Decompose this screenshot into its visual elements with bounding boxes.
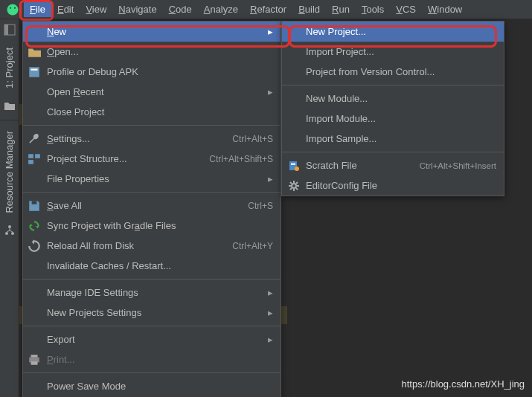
left-sidebar: 1: Project Resource Manager bbox=[0, 19, 19, 397]
menubar-vcs[interactable]: VCS bbox=[390, 1, 422, 17]
svg-point-5 bbox=[8, 225, 11, 228]
menubar-build[interactable]: Build bbox=[292, 1, 326, 17]
sync-icon bbox=[28, 219, 41, 233]
folder-icon[interactable] bbox=[4, 100, 16, 112]
submenu-scratch-file[interactable]: Scratch FileCtrl+Alt+Shift+Insert bbox=[282, 155, 504, 175]
structure-icon bbox=[28, 152, 41, 166]
svg-rect-4 bbox=[4, 25, 8, 35]
menu-label: Settings... bbox=[47, 133, 223, 144]
menu-power-save-mode[interactable]: Power Save Mode bbox=[23, 376, 281, 396]
menu-open-recent[interactable]: Open Recent▸ bbox=[23, 82, 281, 102]
menubar-run[interactable]: Run bbox=[326, 1, 356, 17]
svg-rect-13 bbox=[32, 201, 37, 204]
layout-icon[interactable] bbox=[4, 24, 16, 36]
submenu-import-module-[interactable]: Import Module... bbox=[282, 109, 504, 129]
submenu-project-from-version-control-[interactable]: Project from Version Control... bbox=[282, 62, 504, 82]
svg-rect-15 bbox=[31, 355, 38, 357]
submenu-editorconfig-file[interactable]: EditorConfig File bbox=[282, 175, 504, 196]
submenu-arrow-icon: ▸ bbox=[268, 334, 273, 345]
svg-rect-10 bbox=[28, 154, 33, 158]
submenu-label: New Project... bbox=[306, 26, 496, 37]
menu-project-structure-[interactable]: Project Structure...Ctrl+Alt+Shift+S bbox=[23, 149, 281, 169]
sidebar-resource-manager-tab[interactable]: Resource Manager bbox=[1, 123, 17, 221]
menu-save-all[interactable]: Save AllCtrl+S bbox=[23, 196, 281, 216]
menu-label: Reload All from Disk bbox=[47, 240, 223, 251]
menu-label: New bbox=[47, 26, 262, 37]
menu-label: New Projects Settings bbox=[47, 307, 262, 318]
profile-icon bbox=[28, 65, 41, 79]
menu-invalidate-caches-restart-[interactable]: Invalidate Caches / Restart... bbox=[23, 256, 281, 276]
menu-new[interactable]: New▸ bbox=[23, 22, 281, 42]
menubar-edit[interactable]: Edit bbox=[51, 1, 80, 17]
scratch-icon bbox=[288, 160, 300, 172]
structure-icon[interactable] bbox=[4, 225, 16, 236]
menubar-code[interactable]: Code bbox=[163, 1, 198, 17]
menu-label: Profile or Debug APK bbox=[47, 66, 273, 77]
menubar-view[interactable]: View bbox=[80, 1, 112, 17]
menu-label: Close Project bbox=[47, 106, 273, 117]
svg-rect-11 bbox=[35, 154, 40, 158]
menu-label: Power Save Mode bbox=[47, 381, 273, 392]
svg-point-1 bbox=[10, 7, 11, 8]
sidebar-project-tab[interactable]: 1: Project bbox=[1, 40, 17, 96]
submenu-arrow-icon: ▸ bbox=[268, 86, 273, 97]
shortcut: Ctrl+Alt+Shift+S bbox=[209, 154, 273, 164]
menu-export[interactable]: Export▸ bbox=[23, 329, 281, 349]
menu-manage-ide-settings[interactable]: Manage IDE Settings▸ bbox=[23, 283, 281, 303]
wrench-icon bbox=[28, 132, 41, 146]
menubar: FileEditViewNavigateCodeAnalyzeRefactorB… bbox=[0, 0, 532, 19]
menu-profile-or-debug-apk[interactable]: Profile or Debug APK bbox=[23, 62, 281, 82]
svg-rect-16 bbox=[31, 361, 38, 365]
submenu-new-module-[interactable]: New Module... bbox=[282, 88, 504, 109]
file-menu-dropdown: New▸Open...Profile or Debug APKOpen Rece… bbox=[22, 21, 281, 397]
gear-icon bbox=[288, 180, 300, 192]
svg-point-7 bbox=[11, 232, 14, 235]
print-icon bbox=[28, 353, 41, 367]
menubar-analyze[interactable]: Analyze bbox=[198, 1, 244, 17]
submenu-import-project-[interactable]: Import Project... bbox=[282, 42, 504, 62]
menubar-window[interactable]: Window bbox=[422, 1, 468, 17]
reload-icon bbox=[28, 239, 41, 253]
menubar-file[interactable]: File bbox=[24, 1, 51, 17]
svg-rect-12 bbox=[28, 160, 33, 164]
new-submenu: New Project...Import Project...Project f… bbox=[281, 21, 504, 196]
menu-close-project[interactable]: Close Project bbox=[23, 102, 281, 122]
svg-rect-18 bbox=[291, 163, 295, 164]
shortcut: Ctrl+Alt+S bbox=[232, 134, 273, 144]
menu-reload-all-from-disk[interactable]: Reload All from DiskCtrl+Alt+Y bbox=[23, 236, 281, 256]
svg-rect-19 bbox=[291, 164, 295, 165]
submenu-new-project-[interactable]: New Project... bbox=[282, 22, 504, 42]
submenu-import-sample-[interactable]: Import Sample... bbox=[282, 129, 504, 149]
menu-label: Invalidate Caches / Restart... bbox=[47, 260, 273, 271]
submenu-arrow-icon: ▸ bbox=[268, 307, 273, 318]
menubar-refactor[interactable]: Refactor bbox=[244, 1, 292, 17]
submenu-arrow-icon: ▸ bbox=[268, 173, 273, 184]
svg-rect-9 bbox=[31, 68, 38, 70]
menu-sync-project-with-gradle-files[interactable]: Sync Project with Gradle Files bbox=[23, 216, 281, 236]
menu-settings-[interactable]: Settings...Ctrl+Alt+S bbox=[23, 129, 281, 149]
submenu-label: Import Module... bbox=[306, 113, 496, 124]
folder-icon bbox=[28, 45, 41, 59]
app-logo-icon bbox=[6, 3, 19, 16]
submenu-label: Project from Version Control... bbox=[306, 66, 496, 77]
menu-new-projects-settings[interactable]: New Projects Settings▸ bbox=[23, 303, 281, 323]
shortcut: Ctrl+S bbox=[248, 201, 273, 211]
submenu-label: Import Project... bbox=[306, 46, 496, 57]
submenu-arrow-icon: ▸ bbox=[268, 26, 273, 37]
menu-label: Save All bbox=[47, 200, 239, 211]
menu-label: Export bbox=[47, 334, 262, 345]
menu-open-[interactable]: Open... bbox=[23, 42, 281, 62]
svg-rect-8 bbox=[29, 67, 39, 77]
menu-label: File Properties bbox=[47, 173, 262, 184]
menu-label: Print... bbox=[47, 354, 273, 365]
menu-print-: Print... bbox=[23, 349, 281, 369]
svg-point-2 bbox=[14, 7, 16, 8]
submenu-label: Scratch File bbox=[306, 160, 420, 171]
menubar-navigate[interactable]: Navigate bbox=[112, 1, 162, 17]
svg-point-6 bbox=[5, 232, 8, 235]
menubar-tools[interactable]: Tools bbox=[356, 1, 390, 17]
submenu-label: EditorConfig File bbox=[306, 180, 496, 191]
menu-file-properties[interactable]: File Properties▸ bbox=[23, 169, 281, 189]
shortcut: Ctrl+Alt+Shift+Insert bbox=[420, 161, 496, 170]
menu-label: Sync Project with Gradle Files bbox=[47, 220, 273, 231]
